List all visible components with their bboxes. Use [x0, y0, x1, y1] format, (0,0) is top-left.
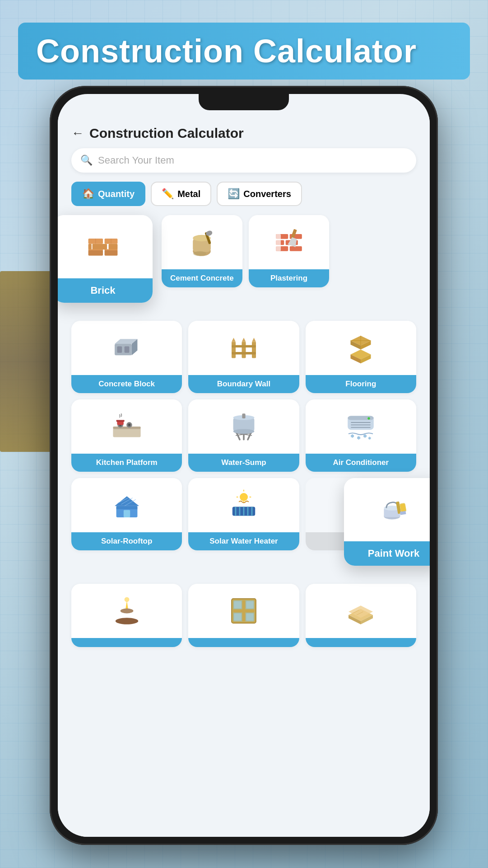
flooring-icon: [344, 332, 377, 364]
search-bar[interactable]: 🔍 Search Your Item: [71, 148, 416, 173]
grid-item-plastering[interactable]: Plastering: [249, 215, 330, 287]
svg-point-101: [115, 618, 138, 624]
grid-item-water-sump[interactable]: Water-Sump: [188, 399, 299, 472]
svg-rect-4: [93, 244, 107, 250]
svg-rect-6: [88, 244, 92, 250]
svg-rect-56: [116, 420, 124, 422]
boundary-wall-label: Boundary Wall: [188, 375, 299, 393]
svg-rect-0: [88, 250, 103, 256]
tab-metal[interactable]: ✏️ Metal: [151, 182, 211, 206]
grid-item-kitchen-platform[interactable]: Kitchen Platform: [71, 399, 182, 472]
svg-point-16: [193, 251, 206, 256]
svg-point-83: [240, 493, 248, 501]
flooring-label: Flooring: [306, 375, 416, 393]
converters-tab-icon: 🔄: [228, 188, 240, 200]
metal-tab-icon: ✏️: [162, 188, 174, 200]
svg-rect-108: [233, 609, 255, 612]
grid-item-air-conditioner[interactable]: ❄ ❄ ❄ ❄ Air Conditioner: [306, 399, 416, 472]
air-conditioner-icon: ❄ ❄ ❄ ❄: [344, 410, 377, 443]
solar-water-heater-icon-area: [188, 478, 299, 532]
grid-item-row5-3[interactable]: [306, 584, 416, 647]
tab-converters[interactable]: 🔄 Converters: [217, 182, 302, 206]
row5-item3-label: [306, 638, 416, 647]
paint-work-icon-area: [344, 478, 430, 541]
grid-item-solar-rooftop[interactable]: Solar-Rooftop: [71, 478, 182, 550]
svg-point-64: [233, 429, 255, 434]
title-banner: Construction Calculator: [18, 23, 470, 80]
grid-row-2: Concrete Block: [67, 321, 421, 393]
row5-item1-icon-area: [71, 584, 182, 638]
solar-water-heater-label: Solar Water Heater: [188, 532, 299, 550]
concrete-block-icon: [111, 332, 143, 364]
solar-rooftop-icon-area: [71, 478, 182, 532]
grid-item-row5-1[interactable]: [71, 584, 182, 647]
svg-rect-47: [113, 428, 140, 437]
banner-title: Construction Calculator: [36, 33, 452, 70]
row5-item2-label: [188, 638, 299, 647]
svg-rect-5: [109, 244, 118, 250]
first-grid-row: Brick: [67, 215, 421, 314]
grid-item-solar-water-heater[interactable]: Solar Water Heater: [188, 478, 299, 550]
row5-item3-icon-area: [306, 584, 416, 638]
phone-screen: ← Construction Calculator 🔍 Search Your …: [58, 94, 430, 837]
plastering-icon: [273, 226, 305, 258]
svg-rect-110: [246, 601, 253, 608]
svg-point-103: [124, 597, 129, 602]
svg-rect-29: [117, 346, 122, 352]
plastering-icon-area: [249, 215, 330, 269]
row5-item2-icon-area: [188, 584, 299, 638]
grid-item-boundary-wall[interactable]: Boundary Wall: [188, 321, 299, 393]
svg-marker-36: [252, 338, 256, 342]
svg-rect-35: [252, 342, 256, 358]
svg-rect-112: [246, 613, 253, 620]
search-input[interactable]: Search Your Item: [98, 155, 174, 166]
concrete-block-icon-area: [71, 321, 182, 375]
air-conditioner-icon-area: ❄ ❄ ❄ ❄: [306, 399, 416, 454]
brick-icon-area: [58, 215, 153, 278]
paint-work-label: Paint Work: [344, 541, 430, 566]
soil-icon: [111, 595, 143, 627]
brick-label: Brick: [58, 278, 153, 303]
grid-item-brick[interactable]: Brick: [58, 215, 153, 303]
app-header: ← Construction Calculator: [67, 117, 421, 148]
grid-item-paint-work[interactable]: Paint Work: [344, 478, 430, 566]
quantity-tab-label: Quantity: [98, 189, 135, 199]
first-row-shifted: Cement Concrete: [162, 215, 416, 287]
grid-item-flooring[interactable]: Flooring: [306, 321, 416, 393]
air-conditioner-label: Air Conditioner: [306, 454, 416, 472]
svg-rect-22: [290, 246, 302, 251]
paint-work-icon: [377, 493, 410, 526]
kitchen-platform-icon: [111, 410, 143, 443]
phone-notch: [199, 94, 289, 110]
window-frame-icon: [228, 595, 260, 627]
lumber-icon: [344, 595, 377, 627]
kitchen-platform-label: Kitchen Platform: [71, 454, 182, 472]
flooring-icon-area: [306, 321, 416, 375]
grid-row-3: Kitchen Platform: [67, 399, 421, 472]
svg-rect-81: [123, 510, 130, 517]
cement-concrete-icon: [186, 226, 218, 258]
converters-tab-label: Converters: [243, 189, 291, 199]
svg-marker-32: [232, 338, 236, 342]
svg-point-104: [120, 609, 133, 614]
solar-rooftop-icon: [111, 489, 143, 521]
tab-quantity[interactable]: 🏠 Quantity: [71, 182, 145, 206]
cement-concrete-icon-area: [162, 215, 242, 269]
svg-rect-1: [105, 250, 118, 256]
svg-text:❄: ❄: [350, 433, 354, 439]
grid-item-concrete-block[interactable]: Concrete Block: [71, 321, 182, 393]
plastering-label: Plastering: [249, 269, 330, 287]
back-button[interactable]: ←: [71, 126, 84, 141]
metal-tab-label: Metal: [177, 189, 200, 199]
grid-row-5: [67, 584, 421, 647]
deco-wood-left: [0, 271, 54, 452]
svg-rect-33: [242, 342, 246, 358]
app-header-title: Construction Calculator: [89, 126, 244, 141]
svg-rect-38: [232, 352, 256, 354]
svg-rect-65: [242, 413, 245, 418]
grid-item-row5-2[interactable]: [188, 584, 299, 647]
water-sump-icon: [228, 410, 260, 443]
boundary-wall-icon: [228, 332, 260, 364]
app-content: ← Construction Calculator 🔍 Search Your …: [58, 117, 430, 837]
grid-item-cement-concrete[interactable]: Cement Concrete: [162, 215, 242, 287]
